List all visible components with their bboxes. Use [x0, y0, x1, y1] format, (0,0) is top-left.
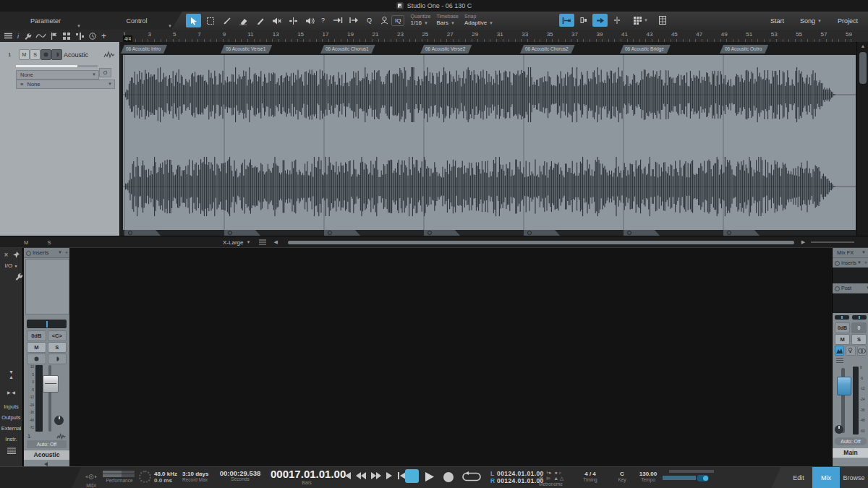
next-bar-button[interactable]	[386, 472, 393, 479]
marker-tab[interactable]: 06 Acoustic Intro	[121, 45, 167, 53]
note-grid-icon[interactable]	[76, 33, 84, 40]
collapse-icon[interactable]: ▼▲	[0, 369, 22, 380]
pan-slider[interactable]	[27, 320, 67, 328]
listen-tool-button[interactable]	[302, 14, 318, 27]
track-solo-button[interactable]: S	[30, 49, 41, 60]
eraser-tool-button[interactable]	[236, 14, 251, 27]
bend-tool-button[interactable]	[286, 14, 301, 27]
tempo-display[interactable]: 130.00 Tempo	[634, 471, 663, 483]
bank-list-icon[interactable]	[7, 448, 16, 454]
range-tool-button[interactable]	[203, 14, 218, 27]
main-solo-button[interactable]: S	[851, 334, 867, 345]
nav-inputs[interactable]: Inputs	[0, 403, 22, 410]
clip-handle-tab[interactable]	[524, 230, 560, 236]
project-page-button[interactable]: Project	[833, 17, 862, 25]
add-insert-button[interactable]: +	[864, 258, 867, 267]
insert-bypass-button[interactable]: O	[99, 68, 111, 77]
stereo-mode-button[interactable]	[857, 346, 867, 356]
split-tool-button[interactable]	[219, 14, 234, 27]
clip-handle-tab[interactable]	[723, 230, 760, 236]
marker-lane[interactable]: 06 Acoustic Intro06 Acoustic Verse106 Ac…	[119, 42, 856, 55]
mixfx-header[interactable]: Mix FX ▼	[833, 248, 868, 258]
main-channel-name[interactable]: Main	[833, 448, 868, 458]
pin-icon[interactable]	[13, 252, 20, 258]
input-dropdown[interactable]: ≡ None ▼	[16, 80, 115, 89]
horizontal-scrollbar[interactable]	[288, 241, 794, 244]
help-button[interactable]: ?	[317, 17, 329, 24]
ripple-edit-button[interactable]	[576, 14, 591, 27]
play-button[interactable]	[425, 472, 434, 481]
preroll-icons[interactable]: ⌐▪ ⊦▸ ● ⌕	[539, 470, 579, 476]
scroll-left-arrow[interactable]: ◀	[273, 239, 277, 245]
automation-curve-icon[interactable]	[36, 33, 46, 39]
automation-mode-button[interactable]: Auto: Off	[27, 440, 67, 448]
track-header[interactable]: 1 M S Acoustic	[0, 46, 119, 65]
track-mute-button[interactable]: M	[19, 49, 30, 60]
inserts-list[interactable]	[25, 259, 69, 314]
main-gain[interactable]: 0	[851, 322, 867, 333]
track-size-dropdown[interactable]: X-Large ▼	[223, 239, 250, 246]
key-display[interactable]: C Key	[613, 471, 631, 483]
volume-db-display[interactable]: 0dB	[27, 330, 46, 341]
vertical-scrollbar[interactable]: ▲	[856, 42, 868, 236]
main-volume-fader[interactable]	[837, 377, 851, 395]
song-page-button[interactable]: Song ▼	[796, 17, 826, 25]
marker-tab[interactable]: 06 Acoustic Bridge	[620, 45, 671, 53]
bars-display[interactable]: 00017.01.01.00 Bars	[271, 468, 343, 486]
video-window-button[interactable]	[655, 14, 670, 27]
footer-mute-button[interactable]: M	[20, 239, 32, 246]
post-header[interactable]: Post ▼ +	[833, 283, 868, 294]
loop-range-display[interactable]: L00124.01.01.00 R00124.01.01.00	[490, 470, 544, 484]
main-mute-button[interactable]: M	[835, 334, 850, 345]
post-list[interactable]	[833, 294, 868, 313]
marker-tab[interactable]: 06 Acoustic Chorus1	[320, 45, 375, 53]
clock-icon[interactable]	[89, 33, 96, 40]
macro-button[interactable]	[377, 14, 392, 27]
metering-mode-button[interactable]	[835, 346, 844, 356]
mute-tool-button[interactable]	[269, 14, 284, 27]
record-button[interactable]	[443, 472, 454, 482]
main-pan-sliders[interactable]	[835, 315, 867, 320]
add-insert-button[interactable]: +	[65, 248, 68, 257]
footer-solo-button[interactable]: S	[43, 239, 55, 246]
main-automation-button[interactable]: Auto: Off	[835, 437, 867, 445]
channel-monitor-button[interactable]	[48, 354, 67, 364]
marker-tab[interactable]: 06 Acoustic Chorus2	[520, 45, 575, 53]
zoom-slider[interactable]	[811, 241, 854, 243]
main-knob[interactable]	[835, 425, 843, 434]
timing-display[interactable]: 4 / 4 Timing	[579, 471, 602, 483]
start-page-button[interactable]: Start	[766, 17, 788, 25]
nav-instr[interactable]: Instr.	[0, 436, 22, 442]
power-icon[interactable]	[26, 251, 31, 256]
insert-slot-dropdown[interactable]: None ▼	[16, 70, 99, 80]
marker-tab[interactable]: 06 Acoustic Outro	[720, 45, 768, 53]
volume-fader[interactable]	[43, 375, 59, 393]
mix-view-button[interactable]: Mix	[812, 467, 840, 488]
power-icon[interactable]	[835, 261, 840, 266]
zoom-tool-button[interactable]: Q	[362, 17, 376, 24]
wrench-icon[interactable]	[24, 33, 31, 40]
autoscroll-button[interactable]	[330, 14, 345, 27]
marker-tab[interactable]: 06 Acoustic Verse2	[420, 45, 472, 53]
quantize-dropdown[interactable]: Quantize 1/16▼	[410, 14, 430, 27]
rewind-button[interactable]	[356, 472, 366, 479]
clip-handle-tab[interactable]	[124, 230, 161, 236]
nav-outputs[interactable]: Outputs	[0, 414, 22, 421]
pan-position-display[interactable]: <C>	[48, 330, 67, 341]
timebase-dropdown[interactable]: Timebase Bars▼	[436, 14, 458, 27]
cue-knob[interactable]	[54, 416, 64, 425]
main-inserts-list[interactable]	[833, 267, 868, 283]
layers-icon[interactable]	[63, 33, 71, 40]
performance-meter[interactable]: Performance	[103, 470, 136, 484]
timeline-ruler[interactable]: 1357911131517192123252729313335373941434…	[119, 30, 856, 42]
monitor-button[interactable]	[51, 49, 62, 60]
previous-bar-button[interactable]	[344, 472, 351, 479]
grid-settings-button[interactable]: ▼	[631, 14, 650, 27]
main-volume-db[interactable]: 0dB	[835, 322, 850, 333]
track-height-button[interactable]	[609, 14, 624, 27]
fast-forward-button[interactable]	[371, 472, 381, 479]
record-arm-button[interactable]	[41, 49, 51, 60]
marker-flag-icon[interactable]	[51, 33, 58, 40]
drag-handle-icon[interactable]	[836, 358, 843, 363]
control-dropdown[interactable]: Control ▼	[91, 12, 182, 30]
